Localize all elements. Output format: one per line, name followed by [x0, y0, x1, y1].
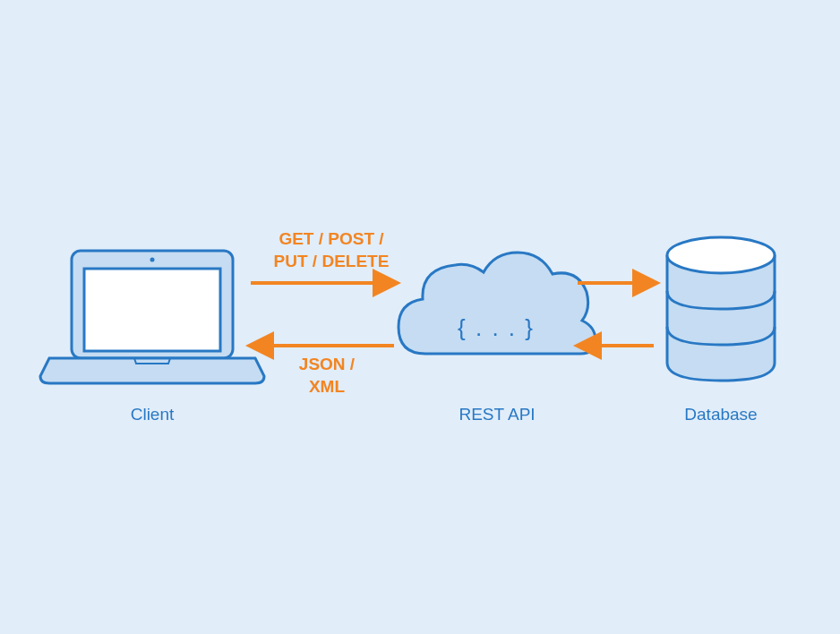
svg-text:{ . . . }: { . . . }: [458, 314, 535, 341]
svg-point-4: [667, 237, 775, 273]
database-label: Database: [676, 405, 766, 424]
svg-point-2: [150, 258, 155, 262]
rest-architecture-diagram: { . . . }: [0, 0, 840, 634]
response-format-label: JSON / XML: [273, 354, 381, 398]
api-label: REST API: [452, 405, 542, 424]
laptop-icon: [40, 251, 264, 383]
client-label: Client: [107, 405, 197, 424]
request-methods-label: GET / POST / PUT / DELETE: [251, 228, 412, 272]
svg-rect-1: [84, 269, 220, 351]
cloud-icon: { . . . }: [399, 253, 596, 354]
database-icon: [667, 237, 775, 381]
